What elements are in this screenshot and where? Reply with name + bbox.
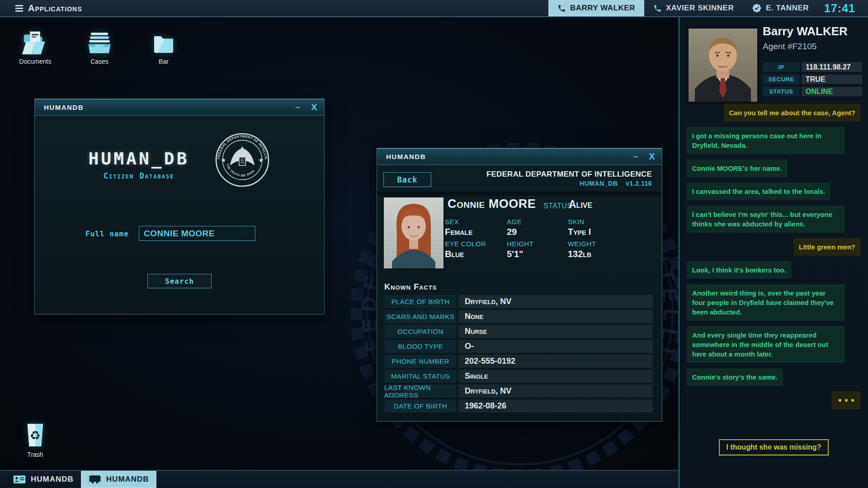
desktop-icon-trash[interactable]: ♻ Trash: [17, 420, 53, 458]
status-value: Alive: [569, 198, 592, 211]
chat-bubble-operator: Little green men?: [793, 238, 861, 256]
contact-tab-e-tanner[interactable]: E. Tanner: [743, 0, 818, 16]
chat-log: Can you tell me about the case, Agent? I…: [687, 104, 861, 409]
fdi-seal: FEDERAL DEPARTMENT OF INTELLIGENCE THE T…: [215, 132, 270, 188]
table-row: PHONE NUMBER 202-555-0192: [384, 355, 653, 368]
header-divider: [377, 192, 662, 196]
contact-tab-xavier-skinner[interactable]: Xavier Skinner: [644, 0, 743, 16]
attribute-age: AGE 29: [507, 218, 570, 237]
back-button[interactable]: Back: [383, 172, 431, 187]
desktop-icon-cases[interactable]: Cases: [81, 27, 118, 65]
desktop-icon-label: Bar: [146, 58, 182, 65]
chat-bubble-agent: I can't believe I'm sayin' this... but e…: [687, 206, 845, 233]
taskbar-item-label: HUMANDB: [106, 475, 149, 484]
id-card-icon: [88, 474, 102, 485]
desktop-icon-label: Trash: [17, 451, 53, 458]
contact-name: E. Tanner: [766, 4, 809, 13]
attribute-height: HEIGHT 5'1": [507, 240, 570, 259]
comms-sidebar: Barry WALKER Agent #F2105 IP 118.111.98.…: [679, 17, 868, 488]
known-facts-table: PLACE OF BIRTH Dryfield, NV SCARS AND MA…: [384, 295, 653, 414]
clock: 17:41: [824, 2, 855, 15]
window-titlebar[interactable]: HUMANDB – X: [377, 148, 662, 165]
table-row: PLACE OF BIRTH Dryfield, NV: [384, 295, 653, 308]
table-row: SCARS AND MARKS None: [384, 310, 653, 323]
chat-bubble-agent: Another weird thing is, over the past ye…: [687, 284, 845, 321]
app-version: v1.2.116: [626, 180, 652, 187]
app-version-line: HUMAN_DB v1.2.116: [580, 180, 652, 187]
hamburger-menu-icon: [15, 5, 23, 12]
window-title: HUMANDB: [386, 153, 426, 160]
taskbar: HUMANDB HUMANDB: [0, 470, 679, 488]
attribute-weight: WEIGHT 132lb: [568, 240, 631, 259]
status-label: STATUS: [543, 202, 572, 210]
contact-tabs: Barry Walker Xavier Skinner E. Tanner: [548, 0, 818, 16]
table-row: SECURE TRUE: [763, 75, 862, 84]
phone-icon: [653, 4, 662, 13]
app-title: HUMAN_DB: [57, 149, 220, 169]
id-card-icon: [13, 474, 26, 485]
attribute-sex: SEX Female: [445, 218, 508, 237]
table-row: OCCUPATION Nurse: [384, 325, 653, 338]
chat-bubble-operator: Can you tell me about the case, Agent?: [724, 104, 861, 122]
table-row: STATUS ONLINE: [763, 87, 862, 96]
app-subtitle: Citizen Database: [57, 171, 220, 180]
applications-menu[interactable]: Applications: [15, 0, 82, 16]
search-button[interactable]: Search: [147, 274, 212, 288]
recycle-trash-icon: ♻: [17, 420, 53, 448]
known-facts-heading: Known Facts: [384, 282, 437, 292]
close-button[interactable]: X: [644, 148, 660, 164]
contact-name: Xavier Skinner: [666, 4, 734, 13]
svg-text:♻: ♻: [30, 428, 41, 442]
applications-label: Applications: [28, 3, 82, 14]
person-name: Connie MOORE: [448, 197, 536, 211]
connie-photo: [383, 197, 444, 269]
taskbar-item-label: HUMANDB: [31, 475, 74, 484]
humandb-profile-window: HUMANDB – X Back FEDERAL DEPARTMENT OF I…: [377, 148, 662, 422]
desktop-icon-bar[interactable]: Bar: [146, 27, 182, 65]
desktop-icon-label: Cases: [81, 58, 118, 65]
full-name-input[interactable]: [139, 226, 255, 241]
window-title: HUMANDB: [44, 103, 84, 111]
taskbar-item-humandb-active[interactable]: HUMANDB: [81, 471, 156, 488]
close-button[interactable]: X: [306, 99, 322, 115]
chat-bubble-agent: Connie's story's the same.: [687, 368, 783, 386]
phone-icon: [557, 4, 566, 13]
reply-option-button[interactable]: I thought she was missing?: [719, 439, 829, 455]
agent-id: Agent #F2105: [763, 42, 816, 52]
agent-info-table: IP 118.111.98.27 SECURE TRUE STATUS ONLI…: [763, 62, 862, 96]
app-name: HUMAN_DB: [580, 180, 618, 187]
chat-bubble-agent: Connie MOORE's her name.: [687, 160, 788, 177]
attribute-skin: SKIN Type I: [568, 218, 631, 237]
humandb-search-window: HUMANDB – X HUMAN_DB Citizen Database FE…: [34, 99, 325, 314]
table-row: MARITAL STATUS Single: [384, 370, 653, 383]
game-screen: FEDERAL DEPARTMENT OF INTELLIGENCE Appli…: [0, 0, 868, 488]
stacked-cases-tray-icon: [81, 27, 118, 55]
chat-bubble-agent: And every single time they reappeared so…: [687, 326, 845, 363]
window-titlebar[interactable]: HUMANDB – X: [35, 99, 324, 116]
chat-bubble-agent: I canvassed the area, talked to the loca…: [687, 183, 830, 200]
full-name-label: Full name: [85, 230, 129, 238]
table-row: DATE OF BIRTH 1962-08-26: [384, 399, 653, 413]
table-row: IP 118.111.98.27: [763, 62, 862, 72]
org-name: FEDERAL DEPARTMENT OF INTELLIGENCE: [486, 170, 652, 179]
desktop-icon-documents[interactable]: Documents: [17, 27, 53, 65]
badge-check-icon: [752, 3, 762, 13]
taskbar-item-humandb[interactable]: HUMANDB: [5, 471, 81, 488]
open-folder-documents-icon: [17, 27, 53, 55]
minimize-button[interactable]: –: [627, 148, 644, 164]
top-bar: Applications Barry Walker Xavier Skinner…: [0, 0, 868, 17]
attribute-eye-color: EYE COLOR Blue: [445, 240, 508, 259]
agent-photo: [688, 28, 758, 102]
contact-name: Barry Walker: [570, 4, 635, 13]
agent-name: Barry WALKER: [763, 24, 848, 38]
folder-icon: [146, 27, 182, 55]
minimize-button[interactable]: –: [290, 99, 306, 115]
typing-indicator: [832, 391, 861, 409]
contact-tab-barry-walker[interactable]: Barry Walker: [548, 0, 644, 16]
table-row: BLOOD TYPE O-: [384, 340, 653, 353]
table-row: LAST KNOWN ADDRESS Dryfield, NV: [384, 385, 653, 398]
desktop-icon-label: Documents: [17, 58, 53, 65]
chat-bubble-agent: I got a missing persons case out here in…: [687, 127, 845, 154]
chat-bubble-agent: Look, I think it's bonkers too.: [687, 261, 792, 279]
